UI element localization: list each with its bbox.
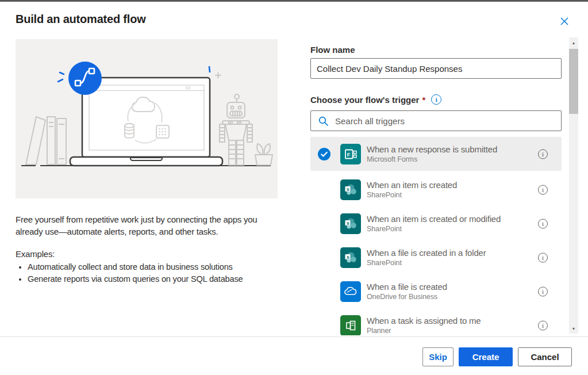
- trigger-title: When a file is created: [367, 281, 539, 292]
- search-icon: [318, 116, 329, 127]
- scrollbar-thumb[interactable]: [569, 49, 578, 114]
- onedrive-icon: [340, 281, 361, 302]
- trigger-label: Choose your flow's trigger: [310, 95, 419, 105]
- skip-button[interactable]: Skip: [422, 347, 454, 366]
- microsoft-forms-icon: F: [340, 144, 361, 164]
- flow-settings-panel: Flow name Choose your flow's trigger * i…: [310, 40, 562, 335]
- scroll-up-icon[interactable]: ▲: [569, 38, 578, 47]
- svg-text:s: s: [347, 254, 349, 259]
- trigger-service: OneDrive for Business: [367, 292, 539, 302]
- close-icon[interactable]: [560, 17, 569, 26]
- trigger-title: When an item is created: [367, 179, 539, 190]
- search-input[interactable]: [334, 116, 556, 127]
- trigger-list: FWhen a new response is submittedMicroso…: [310, 137, 562, 335]
- flow-illustration: [16, 39, 278, 198]
- trigger-search-box[interactable]: [310, 110, 562, 131]
- trigger-service: Microsoft Forms: [367, 155, 539, 164]
- trigger-row[interactable]: FWhen a new response is submittedMicroso…: [310, 137, 562, 171]
- dialog-description: Free yourself from repetitive work just …: [16, 213, 281, 238]
- flow-name-input[interactable]: [310, 58, 562, 79]
- left-panel: Free yourself from repetitive work just …: [16, 39, 279, 285]
- info-icon[interactable]: i: [538, 149, 548, 159]
- svg-text:s: s: [347, 220, 349, 225]
- planner-icon: [340, 315, 361, 336]
- create-button[interactable]: Create: [459, 347, 513, 366]
- examples-label: Examples:: [16, 249, 279, 259]
- trigger-title: When an item is created or modified: [367, 213, 539, 224]
- sharepoint-icon: s: [340, 213, 361, 234]
- selected-check-icon: [318, 148, 330, 160]
- trigger-service: Planner: [367, 326, 539, 336]
- trigger-title: When a new response is submitted: [367, 144, 539, 155]
- trigger-service: SharePoint: [367, 190, 539, 200]
- example-item: Generate reports via custom queries on y…: [28, 273, 279, 285]
- trigger-row[interactable]: sWhen a file is created in a folderShare…: [310, 242, 562, 273]
- trigger-title: When a file is created in a folder: [367, 247, 539, 258]
- svg-text:s: s: [347, 186, 349, 192]
- examples-list: Automatically collect and store data in …: [16, 261, 279, 285]
- required-marker: *: [422, 95, 425, 105]
- dialog-title: Build an automated flow: [16, 13, 146, 26]
- info-icon[interactable]: i: [538, 286, 548, 296]
- window-top-edge: [0, 0, 588, 2]
- info-icon[interactable]: i: [538, 185, 548, 194]
- sharepoint-icon: s: [340, 179, 361, 200]
- footer-buttons: Skip Create Cancel: [422, 347, 572, 366]
- scrollbar[interactable]: ▲ ▼: [569, 37, 578, 334]
- trigger-row[interactable]: sWhen an item is createdSharePointi: [310, 174, 562, 205]
- trigger-row[interactable]: When a file is createdOneDrive for Busin…: [310, 276, 562, 307]
- sharepoint-icon: s: [340, 247, 361, 268]
- trigger-service: SharePoint: [367, 258, 539, 268]
- footer-divider: [0, 336, 588, 337]
- flow-name-label: Flow name: [310, 45, 355, 55]
- info-icon[interactable]: i: [538, 219, 548, 228]
- svg-text:F: F: [347, 151, 351, 157]
- example-item: Automatically collect and store data in …: [28, 261, 279, 273]
- trigger-service: SharePoint: [367, 224, 539, 234]
- trigger-title: When a task is assigned to me: [367, 315, 539, 326]
- trigger-row[interactable]: sWhen an item is created or modifiedShar…: [310, 208, 562, 239]
- trigger-label-row: Choose your flow's trigger * i: [310, 94, 441, 105]
- cancel-button[interactable]: Cancel: [518, 347, 572, 366]
- trigger-row[interactable]: When a task is assigned to mePlanneri: [310, 310, 562, 335]
- scroll-down-icon[interactable]: ▼: [569, 324, 578, 333]
- info-icon[interactable]: i: [538, 252, 548, 262]
- info-icon[interactable]: i: [538, 320, 548, 330]
- trigger-info-icon[interactable]: i: [431, 94, 441, 105]
